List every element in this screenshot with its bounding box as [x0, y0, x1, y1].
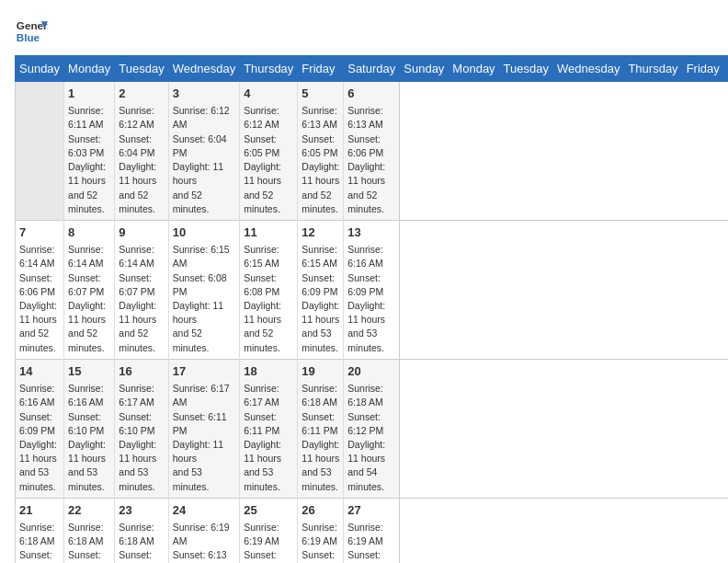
- day-header-sunday: Sunday: [16, 56, 64, 82]
- day-number: 13: [347, 224, 395, 241]
- calendar-cell: 15Sunrise: 6:16 AMSunset: 6:10 PMDayligh…: [64, 359, 115, 498]
- calendar-cell: 10Sunrise: 6:15 AMSunset: 6:08 PMDayligh…: [168, 220, 239, 359]
- cell-content: Sunrise: 6:12 AMSunset: 6:04 PMDaylight:…: [173, 104, 235, 216]
- calendar-week-row: 7Sunrise: 6:14 AMSunset: 6:06 PMDaylight…: [16, 220, 729, 359]
- day-number: 16: [119, 363, 164, 380]
- calendar-cell: 8Sunrise: 6:14 AMSunset: 6:07 PMDaylight…: [64, 220, 115, 359]
- cell-content: Sunrise: 6:17 AMSunset: 6:11 PMDaylight:…: [244, 382, 293, 494]
- day-header-monday: Monday: [64, 56, 115, 82]
- day-number: 17: [173, 363, 235, 380]
- calendar-cell: 13Sunrise: 6:16 AMSunset: 6:09 PMDayligh…: [344, 220, 400, 359]
- day-number: 3: [173, 86, 235, 102]
- calendar-week-row: 1Sunrise: 6:11 AMSunset: 6:03 PMDaylight…: [16, 82, 729, 221]
- calendar-cell: 5Sunrise: 6:13 AMSunset: 6:05 PMDaylight…: [298, 82, 344, 221]
- cell-content: Sunrise: 6:17 AMSunset: 6:11 PMDaylight:…: [173, 382, 235, 494]
- logo-icon: General Blue: [15, 15, 48, 48]
- day-number: 25: [244, 502, 293, 519]
- calendar-header-row: SundayMondayTuesdayWednesdayThursdayFrid…: [16, 56, 729, 82]
- day-header-monday: Monday: [449, 56, 499, 82]
- day-number: 11: [244, 224, 293, 241]
- day-number: 4: [244, 86, 293, 102]
- calendar-cell: 1Sunrise: 6:11 AMSunset: 6:03 PMDaylight…: [64, 82, 115, 221]
- day-number: 5: [301, 86, 339, 102]
- cell-content: Sunrise: 6:16 AMSunset: 6:09 PMDaylight:…: [347, 243, 395, 355]
- cell-content: Sunrise: 6:12 AMSunset: 6:05 PMDaylight:…: [244, 104, 293, 216]
- calendar-cell: 20Sunrise: 6:18 AMSunset: 6:12 PMDayligh…: [344, 359, 400, 498]
- calendar-cell: 27Sunrise: 6:19 AMSunset: 6:14 PMDayligh…: [344, 498, 400, 563]
- svg-text:Blue: Blue: [17, 31, 40, 43]
- day-number: 8: [68, 224, 110, 241]
- calendar-week-row: 14Sunrise: 6:16 AMSunset: 6:09 PMDayligh…: [16, 359, 729, 498]
- day-header-thursday: Thursday: [240, 56, 298, 82]
- day-number: 12: [301, 224, 339, 241]
- calendar-cell: 26Sunrise: 6:19 AMSunset: 6:14 PMDayligh…: [298, 498, 344, 563]
- svg-text:General: General: [17, 19, 48, 31]
- calendar-cell: 22Sunrise: 6:18 AMSunset: 6:13 PMDayligh…: [64, 498, 115, 563]
- calendar-cell: [16, 82, 64, 221]
- day-header-thursday: Thursday: [624, 56, 682, 82]
- calendar-week-row: 21Sunrise: 6:18 AMSunset: 6:12 PMDayligh…: [16, 498, 729, 563]
- cell-content: Sunrise: 6:19 AMSunset: 6:14 PMDaylight:…: [301, 521, 339, 563]
- calendar-cell: 23Sunrise: 6:18 AMSunset: 6:13 PMDayligh…: [115, 498, 168, 563]
- calendar-cell: 12Sunrise: 6:15 AMSunset: 6:09 PMDayligh…: [298, 220, 344, 359]
- calendar-cell: 7Sunrise: 6:14 AMSunset: 6:06 PMDaylight…: [16, 220, 64, 359]
- logo: General Blue: [15, 15, 48, 48]
- cell-content: Sunrise: 6:19 AMSunset: 6:13 PMDaylight:…: [173, 521, 235, 563]
- calendar-cell: 25Sunrise: 6:19 AMSunset: 6:14 PMDayligh…: [240, 498, 298, 563]
- day-number: 15: [68, 363, 110, 380]
- day-header-friday: Friday: [682, 56, 723, 82]
- day-number: 21: [19, 502, 60, 519]
- day-number: 24: [173, 502, 235, 519]
- calendar-cell: 14Sunrise: 6:16 AMSunset: 6:09 PMDayligh…: [16, 359, 64, 498]
- day-number: 6: [347, 86, 395, 102]
- calendar-cell: 9Sunrise: 6:14 AMSunset: 6:07 PMDaylight…: [115, 220, 168, 359]
- day-number: 23: [119, 502, 164, 519]
- day-number: 1: [68, 86, 110, 102]
- calendar-cell: 11Sunrise: 6:15 AMSunset: 6:08 PMDayligh…: [240, 220, 298, 359]
- cell-content: Sunrise: 6:19 AMSunset: 6:14 PMDaylight:…: [347, 521, 395, 563]
- day-number: 22: [68, 502, 110, 519]
- day-header-saturday: Saturday: [723, 56, 728, 82]
- day-number: 19: [301, 363, 339, 380]
- calendar-cell: 21Sunrise: 6:18 AMSunset: 6:12 PMDayligh…: [16, 498, 64, 563]
- calendar-cell: 17Sunrise: 6:17 AMSunset: 6:11 PMDayligh…: [168, 359, 239, 498]
- day-header-friday: Friday: [298, 56, 344, 82]
- cell-content: Sunrise: 6:12 AMSunset: 6:04 PMDaylight:…: [119, 104, 164, 216]
- day-number: 18: [244, 363, 293, 380]
- day-header-tuesday: Tuesday: [115, 56, 168, 82]
- cell-content: Sunrise: 6:14 AMSunset: 6:06 PMDaylight:…: [19, 243, 60, 355]
- cell-content: Sunrise: 6:16 AMSunset: 6:10 PMDaylight:…: [68, 382, 110, 494]
- cell-content: Sunrise: 6:14 AMSunset: 6:07 PMDaylight:…: [68, 243, 110, 355]
- day-number: 14: [19, 363, 60, 380]
- cell-content: Sunrise: 6:18 AMSunset: 6:11 PMDaylight:…: [301, 382, 339, 494]
- cell-content: Sunrise: 6:15 AMSunset: 6:08 PMDaylight:…: [244, 243, 293, 355]
- day-number: 7: [19, 224, 60, 241]
- cell-content: Sunrise: 6:18 AMSunset: 6:12 PMDaylight:…: [19, 521, 60, 563]
- day-header-sunday: Sunday: [400, 56, 449, 82]
- cell-content: Sunrise: 6:16 AMSunset: 6:09 PMDaylight:…: [19, 382, 60, 494]
- calendar-cell: 18Sunrise: 6:17 AMSunset: 6:11 PMDayligh…: [240, 359, 298, 498]
- cell-content: Sunrise: 6:13 AMSunset: 6:05 PMDaylight:…: [301, 104, 339, 216]
- cell-content: Sunrise: 6:18 AMSunset: 6:13 PMDaylight:…: [68, 521, 110, 563]
- cell-content: Sunrise: 6:15 AMSunset: 6:09 PMDaylight:…: [301, 243, 339, 355]
- cell-content: Sunrise: 6:11 AMSunset: 6:03 PMDaylight:…: [68, 104, 110, 216]
- day-header-wednesday: Wednesday: [553, 56, 624, 82]
- day-number: 9: [119, 224, 164, 241]
- calendar-cell: 6Sunrise: 6:13 AMSunset: 6:06 PMDaylight…: [344, 82, 400, 221]
- cell-content: Sunrise: 6:13 AMSunset: 6:06 PMDaylight:…: [347, 104, 395, 216]
- cell-content: Sunrise: 6:14 AMSunset: 6:07 PMDaylight:…: [119, 243, 164, 355]
- calendar-table: SundayMondayTuesdayWednesdayThursdayFrid…: [15, 55, 728, 563]
- cell-content: Sunrise: 6:15 AMSunset: 6:08 PMDaylight:…: [173, 243, 235, 355]
- cell-content: Sunrise: 6:19 AMSunset: 6:14 PMDaylight:…: [244, 521, 293, 563]
- day-header-saturday: Saturday: [344, 56, 400, 82]
- day-number: 2: [119, 86, 164, 102]
- calendar-cell: 24Sunrise: 6:19 AMSunset: 6:13 PMDayligh…: [168, 498, 239, 563]
- calendar-cell: 2Sunrise: 6:12 AMSunset: 6:04 PMDaylight…: [115, 82, 168, 221]
- day-number: 10: [173, 224, 235, 241]
- cell-content: Sunrise: 6:17 AMSunset: 6:10 PMDaylight:…: [119, 382, 164, 494]
- cell-content: Sunrise: 6:18 AMSunset: 6:12 PMDaylight:…: [347, 382, 395, 494]
- day-header-wednesday: Wednesday: [168, 56, 239, 82]
- page-header: General Blue: [15, 15, 713, 48]
- calendar-cell: 19Sunrise: 6:18 AMSunset: 6:11 PMDayligh…: [298, 359, 344, 498]
- cell-content: Sunrise: 6:18 AMSunset: 6:13 PMDaylight:…: [119, 521, 164, 563]
